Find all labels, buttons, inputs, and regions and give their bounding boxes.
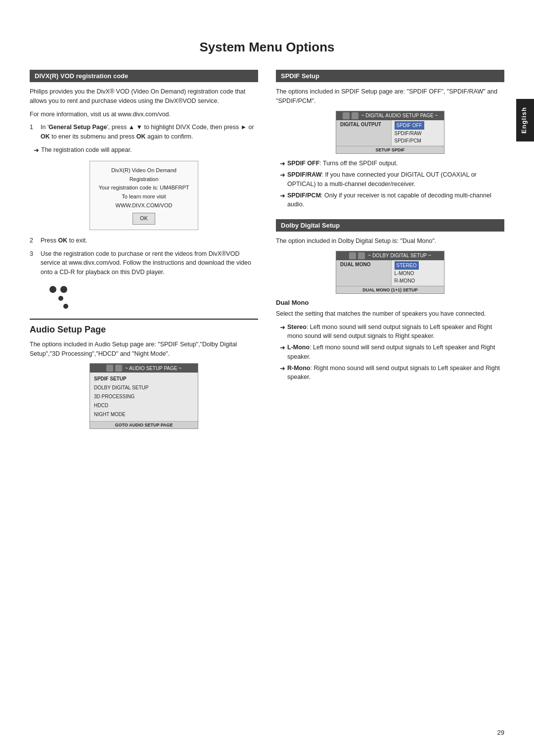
audio-setup-para: The options included in Audio Setup page… — [30, 340, 258, 359]
step1-arrow: ➜ The registration code will appear. — [30, 145, 258, 155]
audio-item-3d: 3D PROCESSING — [94, 392, 194, 401]
audio-setup-title: Audio Setup Page — [30, 325, 258, 335]
dolby-bullet-lmono: ➜ L-Mono: Left mono sound will send outp… — [276, 343, 504, 362]
dual-mono-bullets: ➜ Stereo: Left mono sound will send outp… — [276, 323, 504, 382]
dot-1 — [49, 286, 56, 293]
divx-box-line3: To learn more visit WWW.DIVX.COM/VOD — [98, 192, 190, 210]
spdif-option-pcm: SPDIF/PCM — [395, 138, 421, 143]
settings-icon-dolby — [358, 252, 365, 259]
disc-icon-spdif — [343, 112, 350, 119]
audio-menu-header: ~ AUDIO SETUP PAGE ~ — [90, 364, 198, 373]
dolby-menu-header: ~ DOLBY DIGITAL SETUP ~ — [336, 251, 444, 260]
dot-3 — [58, 296, 63, 301]
spdif-section: SPDIF Setup The options included in SPDI… — [276, 70, 504, 209]
audio-item-night: NIGHT MODE — [94, 410, 194, 419]
dolby-menu-row: DUAL MONO STEREO L-MONO R-MONO — [336, 260, 444, 286]
audio-item-dolby: DOLBY DIGITAL SETUP — [94, 383, 194, 392]
dolby-menu-mockup: ~ DOLBY DIGITAL SETUP ~ DUAL MONO STEREO… — [336, 251, 445, 294]
dolby-section-header: Dolby Digital Setup — [276, 219, 504, 232]
spdif-option-selected: SPDIF OFF — [395, 121, 424, 130]
step-2: 2 Press OK to exit. — [30, 236, 258, 245]
page-title: System Menu Options — [30, 30, 504, 55]
divx-vod-section: DIVX(R) VOD registration code Philips pr… — [30, 70, 258, 309]
dolby-menu-options: STEREO L-MONO R-MONO — [392, 260, 445, 285]
dot-2 — [60, 286, 67, 293]
two-col-layout: DIVX(R) VOD registration code Philips pr… — [30, 70, 504, 434]
dolby-section: Dolby Digital Setup The option included … — [276, 219, 504, 382]
spdif-bullets: ➜ SPDIF OFF: Turns off the SPDIF output.… — [276, 159, 504, 210]
dual-mono-section: Dual Mono Select the setting that matche… — [276, 299, 504, 382]
spdif-menu-header: ~ DIGITAL AUDIO SETUP PAGE ~ — [336, 111, 444, 120]
dolby-option-rmono: R-MONO — [395, 278, 415, 284]
divx-box-line2: Your registration code is: UM4BFRPT — [98, 184, 190, 192]
dolby-option-stereo: STEREO — [395, 261, 419, 270]
disc-icon-dolby — [349, 252, 356, 259]
spdif-menu-footer: SETUP SPDIF — [336, 146, 444, 153]
divx-box-line1: DivX(R) Video On Demand Registration — [98, 166, 190, 184]
dual-mono-intro: Select the setting that matches the numb… — [276, 309, 504, 319]
page-content: System Menu Options DIVX(R) VOD registra… — [30, 30, 504, 434]
spdif-menu-row: DIGITAL OUTPUT SPDIF OFF SPDIF/RAW SPDIF… — [336, 120, 444, 146]
audio-item-spdif: SPDIF SETUP — [94, 375, 194, 383]
left-column: DIVX(R) VOD registration code Philips pr… — [30, 70, 258, 434]
audio-menu-mockup: ~ AUDIO SETUP PAGE ~ SPDIF SETUP DOLBY D… — [89, 363, 198, 429]
dual-mono-title: Dual Mono — [276, 299, 504, 306]
spdif-menu-options: SPDIF OFF SPDIF/RAW SPDIF/PCM — [392, 120, 445, 145]
divx-steps-2-3: 2 Press OK to exit. 3 Use the registrati… — [30, 236, 258, 277]
step-3: 3 Use the registration code to purchase … — [30, 249, 258, 277]
divx-steps: 1 In 'General Setup Page', press ▲ ▼ to … — [30, 123, 258, 142]
step-1: 1 In 'General Setup Page', press ▲ ▼ to … — [30, 123, 258, 142]
page-number: 29 — [497, 729, 504, 736]
divx-ok-button[interactable]: OK — [133, 213, 155, 225]
spdif-section-header: SPDIF Setup — [276, 70, 504, 82]
audio-setup-section: Audio Setup Page The options included in… — [30, 319, 258, 429]
right-column: SPDIF Setup The options included in SPDI… — [276, 70, 504, 392]
settings-icon — [115, 365, 122, 372]
dolby-menu-label: DUAL MONO — [336, 260, 392, 285]
spdif-menu-label: DIGITAL OUTPUT — [336, 120, 392, 145]
divx-para2: For more information, visit us at www.di… — [30, 110, 258, 119]
audio-menu-footer: GOTO AUDIO SETUP PAGE — [90, 421, 198, 428]
page-container: English 29 System Menu Options DIVX(R) V… — [0, 0, 534, 756]
decorative-dots — [49, 286, 258, 309]
dolby-menu-icons — [349, 252, 365, 259]
dolby-bullet-rmono: ➜ R-Mono: Right mono sound will send out… — [276, 364, 504, 382]
divx-section-header: DIVX(R) VOD registration code — [30, 70, 258, 82]
dolby-bullet-stereo: ➜ Stereo: Left mono sound will send outp… — [276, 323, 504, 341]
spdif-bullet-raw: ➜ SPDIF/RAW: If you have connected your … — [276, 170, 504, 189]
audio-item-hdcd: HDCD — [94, 401, 194, 410]
spdif-menu-header-label: ~ DIGITAL AUDIO SETUP PAGE ~ — [361, 113, 438, 118]
spdif-para: The options included in SPDIF Setup page… — [276, 87, 504, 106]
spdif-menu-icons — [343, 112, 358, 119]
audio-menu-items: SPDIF SETUP DOLBY DIGITAL SETUP 3D PROCE… — [90, 373, 198, 421]
spdif-bullet-pcm: ➜ SPDIF/PCM: Only if your receiver is no… — [276, 191, 504, 210]
divx-para1: Philips provides you the DivX® VOD (Vide… — [30, 87, 258, 106]
side-tab-english: English — [516, 99, 534, 142]
spdif-option-raw: SPDIF/RAW — [395, 131, 422, 136]
spdif-menu-mockup: ~ DIGITAL AUDIO SETUP PAGE ~ DIGITAL OUT… — [336, 111, 445, 154]
section-divider — [30, 319, 258, 320]
dolby-option-lmono: L-MONO — [395, 271, 414, 276]
dolby-para: The option included in Dolby Digital Set… — [276, 236, 504, 246]
spdif-bullet-off: ➜ SPDIF OFF: Turns off the SPDIF output. — [276, 159, 504, 169]
step1-bold: General Setup Page — [48, 124, 107, 131]
settings-icon-spdif — [352, 112, 358, 119]
divx-registration-box: DivX(R) Video On Demand Registration You… — [89, 161, 198, 230]
dolby-menu-header-label: ~ DOLBY DIGITAL SETUP ~ — [368, 253, 431, 258]
dolby-menu-footer: DUAL MONO (1+1) SETUP — [336, 286, 444, 293]
audio-menu-icons — [106, 365, 122, 372]
disc-icon — [106, 365, 113, 372]
dot-4 — [63, 304, 68, 309]
audio-menu-header-label: ~ AUDIO SETUP PAGE ~ — [125, 366, 181, 371]
